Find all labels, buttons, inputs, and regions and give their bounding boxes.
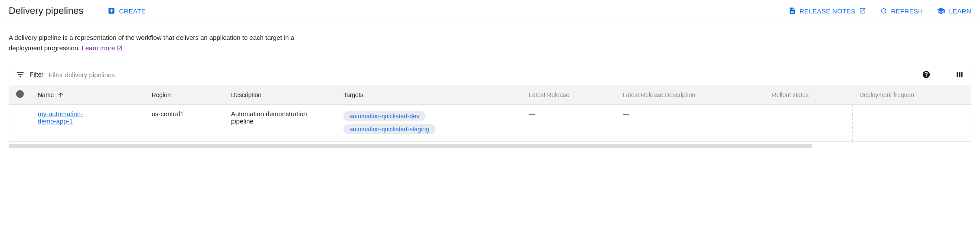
pipelines-table: Name Region Description Targets Latest R… (9, 85, 971, 142)
learn-button[interactable]: LEARN (937, 6, 971, 15)
cell-targets: automation-quickstart-dev automation-qui… (336, 105, 522, 142)
col-latest-release[interactable]: Latest Release (522, 85, 616, 105)
status-header-dot (16, 90, 24, 98)
col-deployment-freq[interactable]: Deployment frequen (853, 85, 971, 105)
refresh-icon (880, 7, 888, 15)
cell-rollout-status (765, 105, 853, 142)
filter-icon (16, 70, 25, 79)
target-chip[interactable]: automation-quickstart-staging (343, 124, 435, 134)
cell-deployment-freq (853, 105, 971, 142)
page-title: Delivery pipelines (9, 5, 83, 16)
col-targets[interactable]: Targets (336, 85, 522, 105)
create-label: CREATE (119, 7, 146, 15)
cell-latest-release-desc: — (616, 105, 765, 142)
divider (943, 68, 943, 81)
release-notes-label: RELEASE NOTES (800, 7, 856, 15)
page-description: A delivery pipeline is a representation … (0, 22, 334, 64)
col-rollout-status[interactable]: Rollout status (765, 85, 853, 105)
columns-icon[interactable] (955, 70, 964, 79)
cell-region: us-central1 (144, 105, 224, 142)
pipeline-name-link[interactable]: my-automation-demo-app-1 (38, 110, 90, 125)
create-button[interactable]: CREATE (108, 7, 146, 15)
cell-latest-release: — (522, 105, 616, 142)
help-icon[interactable] (922, 70, 931, 79)
filter-bar: Filter (9, 64, 971, 85)
filter-input[interactable] (49, 71, 917, 78)
table-row: my-automation-demo-app-1 us-central1 Aut… (9, 105, 971, 142)
learn-more-label: Learn more (82, 43, 115, 53)
notes-icon (788, 7, 796, 15)
learn-label: LEARN (949, 7, 971, 15)
sort-asc-icon (57, 91, 64, 98)
refresh-button[interactable]: REFRESH (880, 7, 923, 15)
col-description[interactable]: Description (224, 85, 336, 105)
target-chip[interactable]: automation-quickstart-dev (343, 111, 425, 121)
col-latest-release-desc[interactable]: Latest Release Description (616, 85, 765, 105)
external-link-icon (117, 45, 123, 51)
plus-icon (108, 7, 115, 15)
external-link-icon (859, 7, 866, 14)
col-region[interactable]: Region (144, 85, 224, 105)
refresh-label: REFRESH (891, 7, 923, 15)
cell-description: Automation demonstration pipeline (224, 105, 336, 142)
filter-label: Filter (30, 71, 43, 78)
table-header-row: Name Region Description Targets Latest R… (9, 85, 971, 105)
learn-icon (937, 6, 945, 15)
description-text: A delivery pipeline is a representation … (9, 34, 294, 52)
release-notes-button[interactable]: RELEASE NOTES (788, 7, 866, 15)
col-name[interactable]: Name (31, 85, 144, 105)
learn-more-link[interactable]: Learn more (82, 43, 123, 53)
horizontal-scrollbar[interactable] (9, 144, 812, 148)
